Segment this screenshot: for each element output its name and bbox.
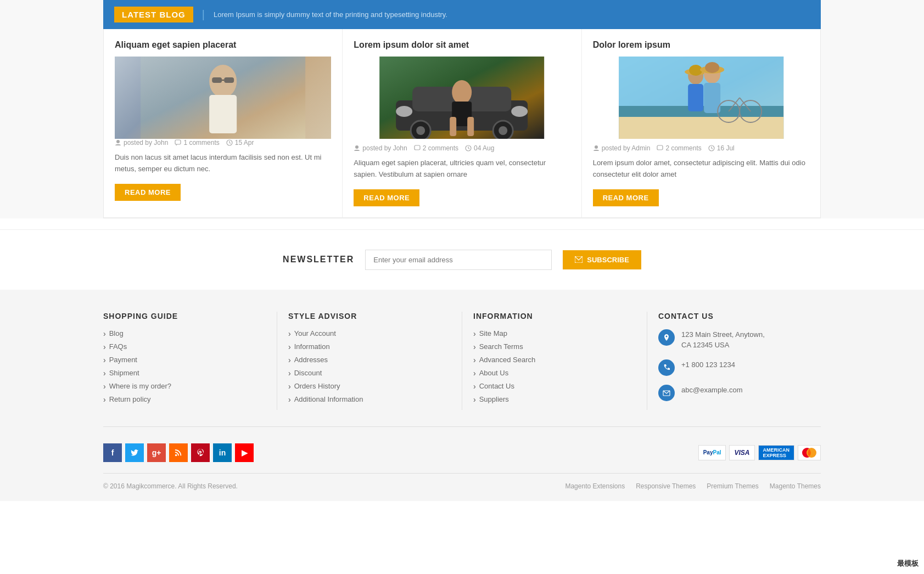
paypal-payment-icon: PayPal: [698, 445, 726, 460]
list-item: Information: [288, 342, 451, 351]
list-item: Additional Information: [288, 395, 451, 404]
svg-point-18: [396, 106, 412, 117]
list-item: Payment: [103, 356, 266, 364]
shopping-guide-shipment-link[interactable]: Shipment: [109, 369, 139, 377]
list-item: Contact Us: [473, 382, 636, 391]
info-contact-link[interactable]: Contact Us: [479, 382, 514, 390]
twitter-icon[interactable]: [125, 443, 144, 462]
footer-col-information: INFORMATION Site Map Search Terms Advanc…: [462, 312, 647, 410]
blog-card-2: Lorem ipsum dolor sit amet: [343, 29, 581, 217]
svg-point-6: [116, 140, 120, 143]
blog-card-3-date: 16 Jul: [708, 144, 735, 152]
svg-rect-22: [450, 117, 456, 136]
google-plus-icon[interactable]: g+: [147, 443, 166, 462]
style-advisor-account-link[interactable]: Your Account: [294, 329, 336, 337]
facebook-icon[interactable]: f: [103, 443, 122, 462]
svg-line-28: [468, 148, 469, 149]
svg-point-17: [499, 126, 507, 135]
footer-copyright: © 2016 Magikcommerce. All Rights Reserve…: [103, 473, 821, 490]
blog-card-2-read-more[interactable]: Read More: [354, 189, 419, 206]
blog-card-3-read-more[interactable]: Read More: [593, 189, 659, 206]
footer-col-contact-us: CONTACT US 123 Main Street, Anytown,CA 1…: [647, 312, 821, 410]
list-item: Orders History: [288, 382, 451, 391]
svg-rect-4: [224, 77, 234, 83]
info-search-terms-link[interactable]: Search Terms: [479, 342, 523, 351]
style-advisor-additional-link[interactable]: Additional Information: [294, 395, 363, 403]
rss-icon[interactable]: [169, 443, 188, 462]
latest-blog-title: LATEST BLOG: [122, 10, 186, 19]
list-item: Search Terms: [473, 342, 636, 351]
mastercard-payment-icon: [798, 445, 821, 460]
magento-themes-link[interactable]: Magento Themes: [770, 482, 821, 490]
shopping-guide-return-link[interactable]: Return policy: [109, 395, 151, 403]
blog-section: Aliquam eget sapien placerat: [103, 29, 821, 218]
blog-card-3-comments: 2 comments: [657, 144, 701, 152]
info-advanced-search-link[interactable]: Advanced Search: [479, 356, 536, 364]
email-icon: [658, 385, 675, 401]
svg-rect-2: [209, 95, 237, 133]
info-sitemap-link[interactable]: Site Map: [479, 329, 507, 337]
list-item: Site Map: [473, 329, 636, 338]
information-title: INFORMATION: [473, 312, 636, 320]
style-advisor-information-link[interactable]: Information: [294, 342, 330, 351]
subscribe-button[interactable]: SUBSCRIBE: [563, 250, 641, 269]
blog-card-2-comments: 2 comments: [414, 144, 458, 152]
blog-card-2-title: Lorem ipsum dolor sit amet: [354, 40, 570, 50]
svg-rect-34: [688, 84, 703, 111]
svg-rect-3: [212, 77, 222, 83]
list-item: Suppliers: [473, 395, 636, 404]
footer-col-style-advisor: STYLE ADVISOR Your Account Information A…: [277, 312, 462, 410]
blog-card-2-excerpt: Aliquam eget sapien placerat, ultricies …: [354, 157, 570, 181]
svg-rect-23: [467, 117, 474, 136]
footer-bottom: f g+ in ▶ PayPal VISA AMERICANEXPRESS: [103, 443, 821, 473]
svg-rect-46: [657, 145, 663, 150]
phone-icon: [658, 359, 675, 376]
shopping-guide-blog-link[interactable]: Blog: [109, 329, 124, 337]
shopping-guide-order-link[interactable]: Where is my order?: [109, 382, 171, 390]
blog-card-3-title: Dolor lorem ipsum: [593, 40, 809, 50]
style-advisor-orders-link[interactable]: Orders History: [294, 382, 340, 390]
shopping-guide-links: Blog FAQs Payment Shipment Where is my o…: [103, 329, 266, 404]
contact-address-item: 123 Main Street, Anytown,CA 12345 USA: [658, 329, 821, 351]
style-advisor-links: Your Account Information Addresses Disco…: [288, 329, 451, 404]
contact-email-item: abc@example.com: [658, 385, 821, 401]
footer-grid: SHOPPING GUIDE Blog FAQs Payment Shipmen…: [103, 312, 821, 427]
style-advisor-discount-link[interactable]: Discount: [294, 369, 322, 377]
svg-rect-32: [619, 117, 783, 139]
magento-extensions-link[interactable]: Magento Extensions: [565, 482, 625, 490]
blog-card-3: Dolor lorem ipsum: [582, 29, 820, 217]
list-item: About Us: [473, 369, 636, 378]
list-item: Return policy: [103, 395, 266, 404]
visa-payment-icon: VISA: [729, 445, 754, 460]
blog-card-2-meta: posted by John 2 comments 04 Aug: [354, 144, 570, 152]
list-item: FAQs: [103, 342, 266, 351]
style-advisor-addresses-link[interactable]: Addresses: [294, 356, 328, 364]
contact-address-text: 123 Main Street, Anytown,CA 12345 USA: [681, 329, 765, 351]
list-item: Discount: [288, 369, 451, 378]
svg-line-49: [712, 148, 713, 149]
newsletter-email-input[interactable]: [365, 250, 552, 270]
shopping-guide-payment-link[interactable]: Payment: [109, 356, 137, 364]
blog-card-3-image: [593, 57, 809, 139]
footer-col-shopping-guide: SHOPPING GUIDE Blog FAQs Payment Shipmen…: [103, 312, 277, 410]
envelope-icon: [575, 256, 583, 263]
blog-card-1-read-more[interactable]: Read More: [115, 184, 181, 201]
newsletter-label: NEWSLETTER: [283, 255, 354, 265]
premium-themes-link[interactable]: Premium Themes: [707, 482, 758, 490]
payment-icons: PayPal VISA AMERICANEXPRESS: [698, 445, 821, 460]
blog-card-1-date: 15 Apr: [226, 139, 254, 147]
list-item: Blog: [103, 329, 266, 338]
pinterest-icon[interactable]: [191, 443, 210, 462]
info-suppliers-link[interactable]: Suppliers: [479, 395, 509, 403]
blog-card-3-author: posted by Admin: [593, 144, 651, 152]
style-advisor-title: STYLE ADVISOR: [288, 312, 451, 320]
linkedin-icon[interactable]: in: [213, 443, 232, 462]
youtube-icon[interactable]: ▶: [235, 443, 254, 462]
info-about-link[interactable]: About Us: [479, 369, 508, 377]
responsive-themes-link[interactable]: Responsive Themes: [636, 482, 696, 490]
list-item: Where is my order?: [103, 382, 266, 391]
blog-grid: Aliquam eget sapien placerat: [104, 29, 820, 218]
contact-email-text: abc@example.com: [681, 385, 742, 396]
location-icon: [658, 329, 675, 346]
shopping-guide-faqs-link[interactable]: FAQs: [109, 342, 127, 351]
